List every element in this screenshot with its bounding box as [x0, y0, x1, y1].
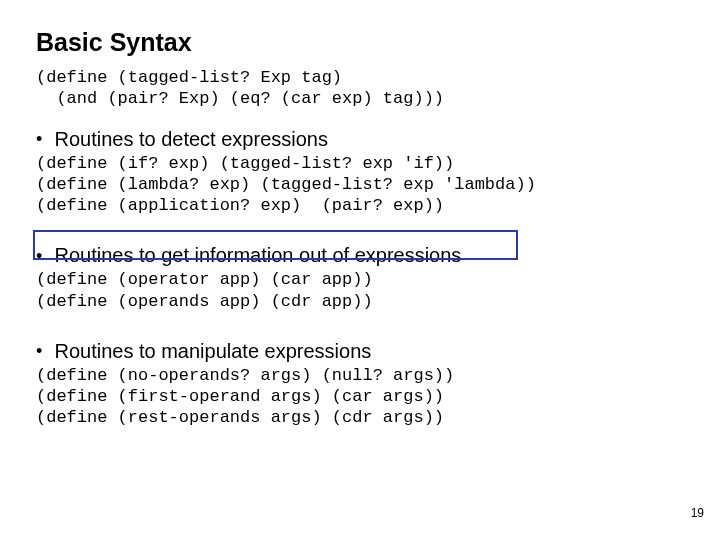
- code-block: (define (operator app) (car app)) (defin…: [36, 269, 684, 312]
- page-number: 19: [691, 506, 704, 520]
- bullet-row: • Routines to manipulate expressions: [36, 340, 684, 363]
- code-block: (define (no-operands? args) (null? args)…: [36, 365, 684, 429]
- bullet-row: • Routines to get information out of exp…: [36, 244, 684, 267]
- slide: Basic Syntax (define (tagged-list? Exp t…: [0, 0, 720, 540]
- bullet-text: Routines to manipulate expressions: [54, 340, 371, 362]
- code-block: (define (if? exp) (tagged-list? exp 'if)…: [36, 153, 684, 217]
- bullet-row: • Routines to detect expressions: [36, 128, 684, 151]
- bullet-text: Routines to get information out of expre…: [54, 244, 461, 266]
- bullet-dot-icon: •: [36, 130, 50, 148]
- bullet-dot-icon: •: [36, 247, 50, 265]
- bullet-text: Routines to detect expressions: [54, 128, 328, 150]
- intro-code-block: (define (tagged-list? Exp tag) (and (pai…: [36, 67, 684, 110]
- bullet-dot-icon: •: [36, 342, 50, 360]
- slide-title: Basic Syntax: [36, 28, 684, 57]
